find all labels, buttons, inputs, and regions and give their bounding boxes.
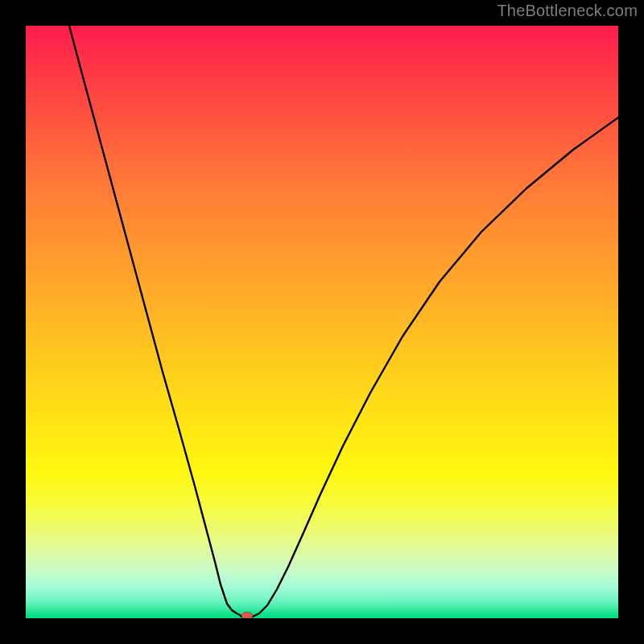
curve-svg [26,26,618,618]
plot-area [26,26,618,618]
watermark-text: TheBottleneck.com [497,2,638,20]
optimum-marker [242,612,253,618]
bottleneck-curve [69,26,618,617]
chart-frame: TheBottleneck.com [0,0,644,644]
